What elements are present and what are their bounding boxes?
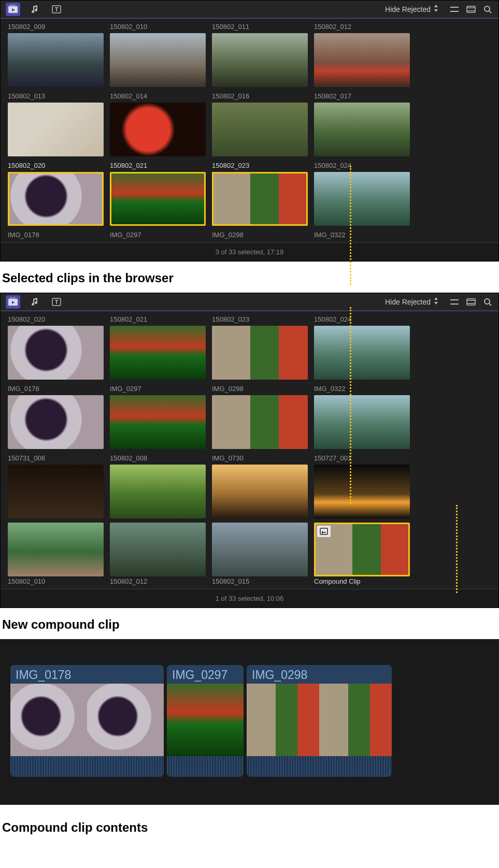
clip-cell[interactable]: 150727_001 [314,453,410,518]
filmstrip-view-button[interactable] [465,4,477,15]
clip-thumbnail[interactable] [314,33,410,87]
clip-cell[interactable]: 150802_009 [8,22,104,87]
clip-thumbnail[interactable] [314,326,410,380]
clip-thumbnail[interactable] [314,172,410,226]
clip-cell[interactable]: IMG_0298 [212,384,308,449]
clip-thumbnail[interactable] [212,103,308,156]
clip-cell[interactable]: IMG_0178 [8,230,104,241]
clip-cell[interactable]: 150802_021 [110,314,206,380]
clip-thumbnail[interactable] [314,103,410,156]
clip-thumbnail[interactable] [212,395,308,449]
clip-cell[interactable]: 150802_012 [110,523,206,588]
clip-cell[interactable]: 150802_008 [110,453,206,518]
clip-label: 150802_011 [212,23,308,31]
filmstrip-view-button[interactable] [465,296,477,308]
titles-library-button[interactable]: T [49,295,64,309]
clip-cell[interactable]: 150802_010 [110,22,206,87]
clip-cell[interactable]: IMG_0730 [212,453,308,518]
svg-rect-6 [467,6,475,12]
search-button[interactable] [482,4,493,15]
music-library-button[interactable] [27,3,42,16]
clip-cell[interactable]: IMG_0322 [314,230,410,241]
clip-cell[interactable]: 150802_014 [110,91,206,156]
clip-label: 150802_010 [8,577,104,586]
clip-label: 150731_006 [8,454,104,462]
chevron-updown-icon [434,297,438,306]
search-button[interactable] [482,296,493,308]
clip-label: IMG_0298 [212,231,308,239]
list-view-button[interactable] [449,4,460,15]
clip-thumbnail[interactable] [314,465,410,518]
clip-label: IMG_0297 [110,231,206,239]
clip-cell[interactable]: 150802_024 [314,161,410,226]
clip-thumbnail[interactable] [110,465,206,518]
clip-thumbnail[interactable] [110,33,206,87]
clip-cell[interactable]: 150802_020 [8,314,104,380]
clip-cell[interactable]: 150802_021 [110,161,206,226]
clip-cell[interactable]: 150802_023 [212,314,308,380]
clip-thumbnail[interactable] [110,523,206,576]
clip-label: 150802_015 [212,577,308,586]
clip-thumbnail[interactable] [8,523,104,576]
clip-cell[interactable]: 150802_011 [212,22,308,87]
clip-thumbnail[interactable] [110,103,206,156]
clip-cell[interactable]: 150802_023 [212,161,308,226]
leader-line [350,166,351,285]
clip-thumbnail[interactable] [8,465,104,518]
clip-filter-label: Hide Rejected [385,5,431,13]
clip-thumbnail[interactable] [8,33,104,87]
music-library-button[interactable] [27,295,42,309]
clip-thumbnail[interactable] [314,523,410,576]
timeline-clip[interactable]: IMG_0297 [167,665,244,777]
clip-label: 150802_008 [110,454,206,462]
selection-status: 3 of 33 selected, 17:19 [1,242,498,261]
browser-toolbar: T Hide Rejected [1,293,498,311]
clip-cell[interactable]: 150802_010 [8,523,104,588]
clip-cell[interactable]: IMG_0298 [212,230,308,241]
titles-library-button[interactable]: T [49,3,64,16]
clip-thumbnail[interactable] [8,172,104,226]
clip-thumbnail[interactable] [110,395,206,449]
clip-filter-label: Hide Rejected [385,298,431,306]
list-view-button[interactable] [449,296,460,308]
clip-cell[interactable]: IMG_0297 [110,384,206,449]
clip-cell[interactable]: 150802_017 [314,91,410,156]
clip-thumbnail[interactable] [212,465,308,518]
clip-label: 150802_013 [8,92,104,100]
leader-line [456,505,458,593]
clip-thumbnail[interactable] [8,326,104,380]
clip-label: 150802_009 [8,23,104,31]
clip-cell[interactable]: 150802_020 [8,161,104,226]
clip-thumbnail[interactable] [8,395,104,449]
timeline-clip-waveform [10,756,164,777]
caption-selected-clips: Selected clips in the browser [0,262,499,293]
clip-cell[interactable]: 150802_015 [212,523,308,588]
caption-new-compound: New compound clip [0,608,499,639]
clip-thumbnail[interactable] [212,33,308,87]
clip-cell[interactable]: 150802_013 [8,91,104,156]
clip-thumbnail[interactable] [212,326,308,380]
clip-cell[interactable]: IMG_0322 [314,384,410,449]
clip-cell[interactable]: IMG_0178 [8,384,104,449]
clip-cell[interactable]: 150802_016 [212,91,308,156]
clip-cell[interactable]: 150802_012 [314,22,410,87]
clip-filter-dropdown[interactable]: Hide Rejected [385,297,438,306]
clip-thumbnail[interactable] [212,172,308,226]
clip-cell[interactable]: 150731_006 [8,453,104,518]
clip-thumbnail[interactable] [212,523,308,576]
clip-thumbnail[interactable] [110,172,206,226]
timeline-clip[interactable]: IMG_0298 [247,665,392,777]
clip-cell[interactable]: 150802_024 [314,314,410,380]
clip-thumbnail[interactable] [8,103,104,156]
clip-cell[interactable]: IMG_0297 [110,230,206,241]
media-library-button[interactable] [6,295,20,309]
timeline-clip[interactable]: IMG_0178 [10,665,164,777]
clip-cell[interactable]: Compound Clip [314,523,410,588]
clip-thumbnail[interactable] [110,326,206,380]
clip-label: 150802_017 [314,92,410,100]
clip-thumbnail[interactable] [314,395,410,449]
clip-filter-dropdown[interactable]: Hide Rejected [385,5,438,13]
media-library-button[interactable] [6,3,20,16]
timeline-clip-filmstrip [10,684,164,756]
svg-line-10 [489,11,491,13]
